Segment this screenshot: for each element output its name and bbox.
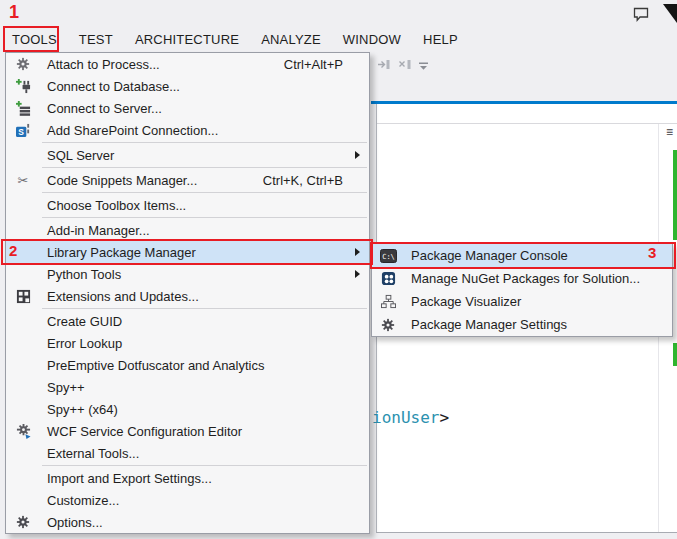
menu-item-label: Code Snippets Manager... — [40, 173, 263, 188]
vs-window: TOOLSTESTARCHITECTUREANALYZEWINDOWHELP ≡… — [0, 0, 677, 539]
code-text: ionUser> — [372, 408, 449, 427]
submenu-item-package-visualizer[interactable]: Package Visualizer — [372, 290, 672, 313]
menu-item-label: Add SharePoint Connection... — [40, 123, 369, 138]
menu-item-connect-to-server[interactable]: Connect to Server... — [6, 97, 369, 119]
change-tracking-bar — [673, 150, 677, 240]
menu-item-label: Connect to Server... — [40, 101, 369, 116]
menu-item-label: SQL Server — [40, 148, 369, 163]
overflow-chevron-icon[interactable] — [419, 57, 428, 75]
editor-options-icon[interactable]: ≡ — [666, 126, 673, 138]
menu-item-attach-to-process[interactable]: Attach to Process...Ctrl+Alt+P — [6, 53, 369, 75]
menu-item-shortcut: Ctrl+Alt+P — [284, 57, 343, 72]
menu-separator — [42, 167, 367, 168]
annotation-label-1: 1 — [9, 2, 19, 23]
submenu-arrow-icon — [355, 151, 360, 159]
menu-item-import-and-export-settings[interactable]: Import and Export Settings... — [6, 467, 369, 489]
toolbar — [377, 57, 428, 75]
bookmark-next-icon[interactable] — [377, 57, 391, 75]
menu-item-library-package-manager[interactable]: Library Package Manager — [6, 241, 369, 263]
menu-item-label: Package Manager Console — [404, 248, 672, 263]
menu-item-options[interactable]: Options... — [6, 511, 369, 533]
menu-item-label: Import and Export Settings... — [40, 471, 369, 486]
console-icon: C:\ — [372, 249, 404, 263]
package-visualizer-icon — [372, 294, 404, 309]
menubar-item-tools[interactable]: TOOLS — [1, 27, 68, 52]
bookmark-clear-icon[interactable] — [398, 57, 412, 75]
menu-separator — [42, 192, 367, 193]
submenu-item-package-manager-settings[interactable]: Package Manager Settings — [372, 313, 672, 336]
menu-separator — [42, 308, 367, 309]
menu-item-label: Error Lookup — [40, 336, 369, 351]
corner-flag-icon[interactable] — [663, 4, 677, 23]
menu-item-label: Customize... — [40, 493, 369, 508]
menu-item-label: Extensions and Updates... — [40, 289, 369, 304]
menu-separator — [42, 465, 367, 466]
menubar-item-window[interactable]: WINDOW — [332, 27, 412, 52]
menu-item-label: Create GUID — [40, 314, 369, 329]
extensions-icon — [6, 289, 40, 304]
options-gear-icon — [6, 515, 40, 529]
menu-item-label: Package Manager Settings — [404, 317, 672, 332]
menu-item-label: Library Package Manager — [40, 245, 369, 260]
sharepoint-icon: S — [6, 123, 40, 138]
menu-separator — [42, 142, 367, 143]
menu-bar: TOOLSTESTARCHITECTUREANALYZEWINDOWHELP — [1, 27, 677, 52]
menu-item-external-tools[interactable]: External Tools... — [6, 442, 369, 464]
menu-item-choose-toolbox-items[interactable]: Choose Toolbox Items... — [6, 194, 369, 216]
menu-item-label: Python Tools — [40, 267, 369, 282]
menu-item-label: Connect to Database... — [40, 79, 369, 94]
menubar-item-test[interactable]: TEST — [68, 27, 124, 52]
menu-item-spy[interactable]: Spy++ — [6, 376, 369, 398]
menu-item-sql-server[interactable]: SQL Server — [6, 144, 369, 166]
menu-item-add-sharepoint-connection[interactable]: SAdd SharePoint Connection... — [6, 119, 369, 141]
nuget-icon — [372, 271, 404, 286]
menu-item-label: Package Visualizer — [404, 294, 672, 309]
menu-item-label: PreEmptive Dotfuscator and Analytics — [40, 358, 369, 373]
library-package-manager-submenu: C:\Package Manager ConsoleManage NuGet P… — [371, 243, 673, 337]
menu-item-spy-x64[interactable]: Spy++ (x64) — [6, 398, 369, 420]
change-tracking-bar — [673, 343, 677, 366]
menu-item-extensions-and-updates[interactable]: Extensions and Updates... — [6, 285, 369, 307]
navigation-bar-divider — [377, 123, 677, 124]
submenu-arrow-icon — [355, 270, 360, 278]
menu-item-label: Choose Toolbox Items... — [40, 198, 369, 213]
attach-process-icon — [6, 57, 40, 71]
submenu-arrow-icon — [355, 248, 360, 256]
menu-item-label: External Tools... — [40, 446, 369, 461]
menu-item-label: WCF Service Configuration Editor — [40, 424, 369, 439]
connect-database-icon — [6, 79, 40, 94]
menu-item-connect-to-database[interactable]: Connect to Database... — [6, 75, 369, 97]
menu-item-label: Options... — [40, 515, 369, 530]
menu-item-create-guid[interactable]: Create GUID — [6, 310, 369, 332]
settings-gear-icon — [372, 318, 404, 332]
menu-item-customize[interactable]: Customize... — [6, 489, 369, 511]
menu-item-label: Manage NuGet Packages for Solution... — [404, 271, 672, 286]
code-snippets-icon: ✂ — [6, 174, 40, 187]
menu-item-error-lookup[interactable]: Error Lookup — [6, 332, 369, 354]
menu-item-code-snippets-manager[interactable]: ✂Code Snippets Manager...Ctrl+K, Ctrl+B — [6, 169, 369, 191]
menu-item-label: Spy++ (x64) — [40, 402, 369, 417]
wcf-config-icon — [6, 424, 40, 439]
svg-text:C:\: C:\ — [382, 252, 395, 260]
menu-item-label: Attach to Process... — [40, 57, 284, 72]
menu-item-label: Add-in Manager... — [40, 223, 369, 238]
menubar-item-architecture[interactable]: ARCHITECTURE — [124, 27, 250, 52]
menu-item-label: Spy++ — [40, 380, 369, 395]
menubar-item-analyze[interactable]: ANALYZE — [250, 27, 332, 52]
menubar-item-help[interactable]: HELP — [412, 27, 469, 52]
menu-separator — [42, 217, 367, 218]
connect-server-icon — [6, 101, 40, 116]
submenu-item-package-manager-console[interactable]: C:\Package Manager Console — [372, 244, 672, 267]
menu-item-python-tools[interactable]: Python Tools — [6, 263, 369, 285]
tools-menu: Attach to Process...Ctrl+Alt+PConnect to… — [5, 52, 370, 534]
menu-item-shortcut: Ctrl+K, Ctrl+B — [263, 173, 343, 188]
submenu-item-manage-nuget-packages-for-solution[interactable]: Manage NuGet Packages for Solution... — [372, 267, 672, 290]
comment-icon[interactable] — [633, 7, 649, 26]
menu-item-add-in-manager[interactable]: Add-in Manager... — [6, 219, 369, 241]
menu-item-preemptive-dotfuscator-and-analytics[interactable]: PreEmptive Dotfuscator and Analytics — [6, 354, 369, 376]
svg-text:S: S — [18, 126, 24, 136]
menu-item-wcf-service-configuration-editor[interactable]: WCF Service Configuration Editor — [6, 420, 369, 442]
